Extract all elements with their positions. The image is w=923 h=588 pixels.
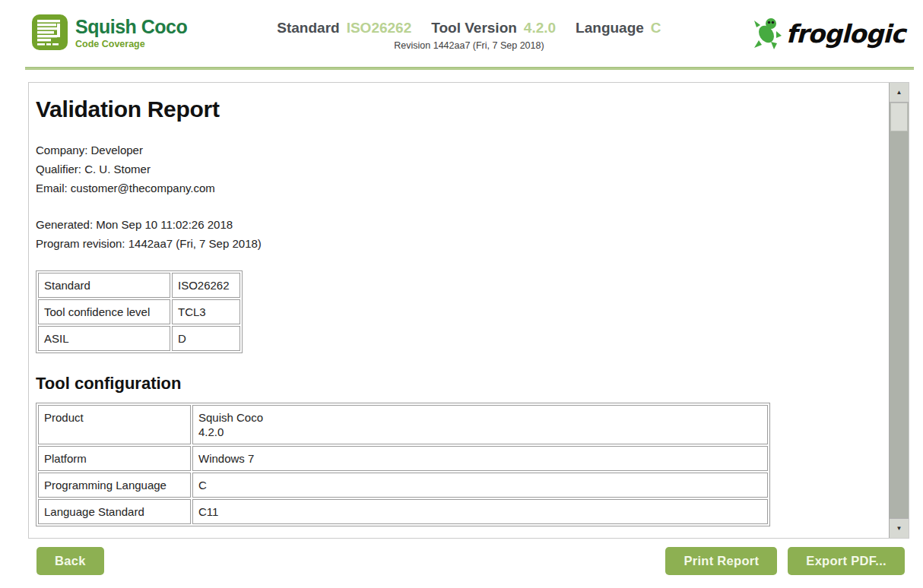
scroll-down-button[interactable]: ▼ (890, 518, 909, 538)
meta-pair-standard: StandardISO26262 (277, 20, 411, 36)
table-cell-label: Product (38, 405, 191, 444)
table-row: Product Squish Coco 4.2.0 (38, 405, 768, 444)
table-cell-label: Standard (38, 273, 170, 298)
frog-icon (751, 14, 782, 52)
table-cell-value: TCL3 (172, 299, 240, 324)
squish-coco-subtitle: Code Coverage (75, 40, 187, 49)
footer-right-buttons: Print Report Export PDF... (665, 547, 905, 575)
table-cell-label: Language Standard (38, 499, 191, 524)
table-row: Platform Windows 7 (38, 446, 768, 471)
froglogic-wordmark: froglogic (786, 19, 905, 49)
tool-config-table: Product Squish Coco 4.2.0 Platform Windo… (36, 403, 770, 526)
table-cell-value: C11 (192, 499, 768, 524)
header-revision: Revision 1442aa7 (Fri, 7 Sep 2018) (267, 40, 671, 51)
table-cell-label: Programming Language (38, 473, 191, 498)
generated-line: Generated: Mon Sep 10 11:02:26 2018 (36, 215, 878, 234)
print-report-button[interactable]: Print Report (665, 547, 777, 575)
meta-value-tool-version: 4.2.0 (524, 20, 556, 36)
footer: Back Print Report Export PDF... (0, 539, 923, 575)
table-cell-value: Windows 7 (192, 446, 768, 471)
report-content: Validation Report Company: Developer Qua… (29, 83, 909, 526)
program-revision-line: Program revision: 1442aa7 (Fri, 7 Sep 20… (36, 234, 878, 253)
vertical-scrollbar[interactable]: ▲ ▼ (889, 83, 909, 538)
meta-value-language: C (651, 20, 661, 36)
squish-coco-logo: Squish Coco Code Coverage (32, 14, 187, 53)
standards-table: Standard ISO26262 Tool confidence level … (36, 270, 243, 353)
scroll-up-button[interactable]: ▲ (890, 83, 909, 103)
squish-coco-title: Squish Coco (75, 17, 187, 36)
meta-label-language: Language (576, 20, 644, 36)
scroll-thumb[interactable] (890, 103, 908, 131)
section-title-tool-configuration: Tool configuration (36, 374, 878, 394)
header-meta: StandardISO26262Tool Version4.2.0Languag… (267, 20, 671, 51)
table-cell-value: ISO26262 (172, 273, 240, 298)
table-cell-label: ASIL (38, 326, 170, 351)
export-pdf-button[interactable]: Export PDF... (788, 547, 905, 575)
table-row: Standard ISO26262 (38, 273, 240, 298)
table-row: Language Standard C11 (38, 499, 768, 524)
meta-label-standard: Standard (277, 20, 339, 36)
table-cell-value: Squish Coco 4.2.0 (192, 405, 768, 444)
meta-value-standard: ISO26262 (347, 20, 412, 36)
contact-info-group: Company: Developer Qualifier: C. U. Stom… (36, 141, 878, 198)
meta-pair-language: LanguageC (576, 20, 661, 36)
meta-label-tool-version: Tool Version (431, 20, 517, 36)
back-button[interactable]: Back (36, 547, 104, 575)
app-header: Squish Coco Code Coverage StandardISO262… (0, 0, 923, 67)
company-line: Company: Developer (36, 141, 878, 160)
squish-coco-logo-icon (32, 14, 68, 53)
generation-info-group: Generated: Mon Sep 10 11:02:26 2018 Prog… (36, 215, 878, 253)
froglogic-logo: froglogic (751, 14, 905, 52)
qualifier-line: Qualifier: C. U. Stomer (36, 160, 878, 179)
table-cell-label: Tool confidence level (38, 299, 170, 324)
email-line: Email: customer@thecompany.com (36, 179, 878, 198)
table-cell-value: D (172, 326, 240, 351)
scroll-up-icon: ▲ (896, 89, 902, 96)
report-title: Validation Report (36, 96, 878, 122)
report-panel: Validation Report Company: Developer Qua… (28, 82, 909, 539)
table-row: Tool confidence level TCL3 (38, 299, 240, 324)
meta-pair-tool-version: Tool Version4.2.0 (431, 20, 556, 36)
header-divider (25, 67, 914, 70)
table-row: Programming Language C (38, 473, 768, 498)
scroll-down-icon: ▼ (896, 525, 902, 532)
table-cell-value: C (192, 473, 768, 498)
table-cell-label: Platform (38, 446, 191, 471)
table-row: ASIL D (38, 326, 240, 351)
